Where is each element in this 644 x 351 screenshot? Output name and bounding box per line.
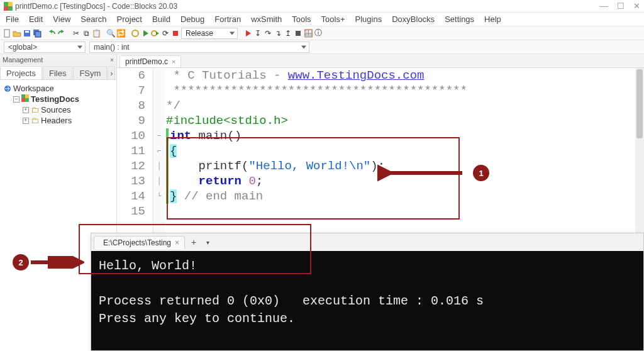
scope-bar: <global> main() : int — [0, 40, 644, 54]
scope-global-combo[interactable]: <global> — [4, 42, 86, 53]
tree-sources[interactable]: + 🗀 Sources — [4, 104, 113, 115]
tab-projects[interactable]: Projects — [0, 66, 42, 80]
menu-debug[interactable]: Debug — [176, 14, 209, 24]
expander-icon[interactable]: + — [23, 107, 29, 113]
save-icon[interactable] — [23, 29, 31, 38]
window-title: printfDemo.c [TestingDocs] - Code::Block… — [15, 2, 600, 11]
menu-doxyblocks[interactable]: DoxyBlocks — [387, 14, 439, 24]
editor-tabstrip: printfDemo.c × — [117, 54, 644, 68]
menubar: File Edit View Search Project Build Debu… — [0, 13, 644, 26]
tree-project[interactable]: − TestingDocs — [4, 94, 113, 104]
menu-view[interactable]: View — [48, 14, 75, 24]
menu-build[interactable]: Build — [148, 14, 175, 24]
management-close-icon[interactable]: × — [108, 56, 116, 64]
svg-rect-1 — [8, 2, 13, 6]
menu-edit[interactable]: Edit — [25, 14, 47, 24]
management-title: Management — [3, 56, 43, 64]
redo-icon[interactable] — [57, 29, 66, 38]
management-tabs: Projects Files FSym › — [0, 65, 116, 80]
minimize-button[interactable]: — — [600, 1, 608, 11]
svg-point-9 — [152, 31, 157, 36]
menu-tools[interactable]: Tools — [287, 14, 315, 24]
app-icon — [4, 2, 13, 11]
editor-tab-printfdemo[interactable]: printfDemo.c × — [119, 55, 181, 67]
svg-rect-2 — [4, 6, 8, 11]
svg-rect-7 — [35, 31, 41, 37]
stop-icon[interactable] — [171, 29, 180, 38]
new-file-icon[interactable] — [3, 29, 11, 38]
save-all-icon[interactable] — [33, 29, 42, 38]
svg-point-8 — [132, 30, 138, 36]
replace-icon[interactable]: 🔁 — [116, 29, 125, 38]
paste-icon[interactable]: 📋 — [92, 29, 101, 38]
step-over-icon[interactable]: ↷ — [264, 29, 272, 38]
project-icon — [21, 94, 29, 104]
undo-icon[interactable] — [47, 29, 56, 38]
build-icon[interactable] — [131, 29, 140, 38]
url-link[interactable]: www.TestingDocs.com — [288, 69, 425, 82]
menu-settings[interactable]: Settings — [440, 14, 479, 24]
console-window: ▣ E:\CProjects\Testing × + ▾ Hello, Worl… — [91, 233, 644, 351]
debug-windows-icon[interactable]: 🪟 — [304, 29, 313, 38]
svg-rect-10 — [173, 31, 178, 36]
svg-rect-3 — [4, 30, 9, 37]
tab-files[interactable]: Files — [43, 66, 72, 80]
cut-icon[interactable]: ✂ — [72, 29, 80, 38]
main-toolbar: ✂ ⧉ 📋 🔍 🔁 ⟳ Release ↧ ↷ ↴ ↥ 🪟 ⓘ — [0, 26, 644, 40]
svg-rect-14 — [25, 94, 29, 98]
new-tab-button[interactable]: + — [187, 237, 200, 247]
tab-fsymbols[interactable]: FSym — [73, 66, 107, 80]
folder-icon: 🗀 — [31, 116, 39, 125]
menu-toolsplus[interactable]: Tools+ — [317, 14, 350, 24]
open-icon[interactable] — [13, 29, 21, 38]
annotation-badge-2: 2 — [13, 254, 29, 270]
tab-menu-icon[interactable]: ▾ — [203, 239, 213, 246]
menu-plugins[interactable]: Plugins — [351, 14, 387, 24]
expander-icon[interactable]: − — [13, 96, 19, 103]
menu-fortran[interactable]: Fortran — [210, 14, 245, 24]
expander-icon[interactable]: + — [23, 118, 29, 124]
svg-rect-11 — [296, 31, 301, 36]
menu-file[interactable]: File — [1, 14, 23, 24]
stop-debug-icon[interactable] — [294, 29, 303, 38]
folder-icon: 🗀 — [31, 105, 39, 114]
info-icon[interactable]: ⓘ — [314, 29, 323, 38]
annotation-badge-1: 1 — [473, 165, 489, 181]
menu-search[interactable]: Search — [76, 14, 111, 24]
titlebar: printfDemo.c [TestingDocs] - Code::Block… — [0, 0, 644, 13]
find-icon[interactable]: 🔍 — [106, 29, 115, 38]
workspace-icon — [4, 85, 11, 92]
build-run-icon[interactable] — [151, 29, 160, 38]
close-button[interactable]: ✕ — [633, 1, 640, 11]
tree-workspace[interactable]: Workspace — [4, 83, 113, 94]
svg-rect-5 — [25, 31, 29, 33]
console-output[interactable]: Hello, World! Process returned 0 (0x0) e… — [91, 251, 643, 350]
menu-project[interactable]: Project — [113, 14, 147, 24]
scope-function-combo[interactable]: main() : int — [89, 42, 309, 53]
run-icon[interactable] — [141, 29, 150, 38]
build-target-combo[interactable]: Release — [181, 28, 238, 39]
tabs-more-icon[interactable]: › — [108, 66, 115, 80]
console-tab[interactable]: ▣ E:\CProjects\Testing × — [94, 236, 185, 249]
menu-help[interactable]: Help — [480, 14, 506, 24]
tree-headers[interactable]: + 🗀 Headers — [4, 115, 113, 126]
debug-start-icon[interactable] — [243, 29, 252, 38]
step-into-icon[interactable]: ↴ — [274, 29, 282, 38]
run-to-cursor-icon[interactable]: ↧ — [253, 29, 262, 38]
svg-rect-15 — [21, 98, 25, 102]
project-tree[interactable]: Workspace − TestingDocs + 🗀 Sources + 🗀 … — [0, 80, 116, 129]
menu-wxsmith[interactable]: wxSmith — [247, 14, 286, 24]
step-out-icon[interactable]: ↥ — [284, 29, 292, 38]
console-tabstrip: ▣ E:\CProjects\Testing × + ▾ — [91, 233, 643, 251]
copy-icon[interactable]: ⧉ — [82, 29, 91, 38]
tab-close-icon[interactable]: × — [175, 238, 179, 247]
maximize-button[interactable]: ☐ — [617, 1, 625, 11]
rebuild-icon[interactable]: ⟳ — [161, 29, 170, 38]
tab-close-icon[interactable]: × — [172, 58, 175, 65]
